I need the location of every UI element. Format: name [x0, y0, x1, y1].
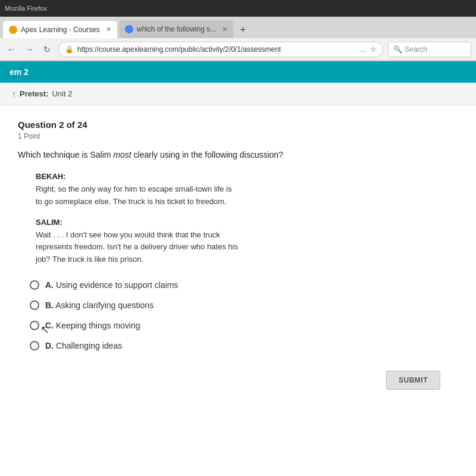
submit-area: SUBMIT — [18, 361, 458, 399]
lock-icon: 🔒 — [65, 45, 74, 54]
option-b-label: B. Asking clarifying questions — [45, 300, 154, 310]
pretest-unit: Unit 2 — [52, 89, 72, 98]
pretest-bar: ↑ Pretest: Unit 2 — [0, 83, 476, 105]
radio-d[interactable] — [30, 341, 39, 350]
tab-apex[interactable]: Apex Learning - Courses ✕ — [2, 20, 118, 38]
browser-title: Mozilla Firefox — [5, 5, 47, 12]
option-c-text: Keeping things moving — [56, 321, 140, 330]
tab-google-close[interactable]: ✕ — [222, 26, 227, 33]
speaker-bekah: BEKAH: — [36, 172, 440, 181]
pretest-label: Pretest: — [20, 89, 48, 98]
option-d-label: D. Challenging ideas — [45, 341, 122, 350]
search-icon: 🔍 — [393, 45, 402, 54]
main-area: Question 2 of 24 1 Point Which technique… — [0, 105, 476, 414]
pretest-icon: ↑ — [12, 89, 16, 99]
radio-b[interactable] — [30, 300, 39, 310]
address-bar[interactable]: 🔒 https://course.apexlearning.com/public… — [58, 42, 383, 57]
address-bar-row: ← → ↻ 🔒 https://course.apexlearning.com/… — [0, 38, 476, 61]
option-a-text: Using evidence to support claims — [56, 280, 178, 290]
bookmark-icon[interactable]: ☆ — [370, 45, 377, 54]
page-content: em 2 ↑ Pretest: Unit 2 Question 2 of 24 … — [0, 61, 476, 476]
tab-google[interactable]: which of the following s... ✕ — [119, 20, 233, 38]
option-b-text: Asking clarifying questions — [55, 300, 154, 310]
submit-button[interactable]: SUBMIT — [386, 371, 440, 390]
refresh-button[interactable]: ↻ — [40, 43, 54, 56]
option-c[interactable]: C. Keeping things moving — [30, 321, 446, 330]
google-tab-icon — [125, 25, 133, 33]
sidebar-label: em 2 — [10, 67, 29, 77]
teal-bar: em 2 — [0, 61, 476, 83]
tab-bar: Apex Learning - Courses ✕ which of the f… — [0, 17, 476, 38]
search-box[interactable]: 🔍 Search — [388, 42, 471, 57]
forward-button[interactable]: → — [23, 43, 36, 56]
option-a[interactable]: A. Using evidence to support claims — [30, 280, 446, 290]
dialogue-salim-text: Wait . . . I don't see how you would thi… — [36, 229, 440, 266]
option-a-letter: A. — [45, 280, 54, 290]
speaker-salim: SALIM: — [36, 218, 440, 227]
dialogue-bekah-text: Right, so the only way for him to escape… — [36, 183, 440, 208]
question-text: Which technique is Salim most clearly us… — [18, 149, 458, 161]
question-number: Question 2 of 24 — [18, 120, 458, 130]
back-button[interactable]: ← — [5, 43, 18, 56]
options-area: A. Using evidence to support claims B. A… — [18, 280, 458, 350]
apex-tab-icon — [9, 26, 17, 34]
option-a-label: A. Using evidence to support claims — [45, 280, 178, 290]
option-d-letter: D. — [45, 341, 54, 350]
tab-apex-label: Apex Learning - Courses — [21, 26, 100, 34]
option-b[interactable]: B. Asking clarifying questions — [30, 300, 446, 310]
radio-c[interactable] — [30, 321, 39, 330]
dialogue-salim: SALIM: Wait . . . I don't see how you wo… — [18, 218, 458, 266]
new-tab-button[interactable]: + — [234, 21, 251, 38]
points-label: 1 Point — [18, 132, 458, 140]
option-c-label: C. Keeping things moving — [45, 321, 140, 330]
url-text: https://course.apexlearning.com/public/a… — [77, 45, 356, 54]
tab-apex-close[interactable]: ✕ — [106, 26, 111, 33]
dialogue-bekah: BEKAH: Right, so the only way for him to… — [18, 172, 458, 208]
search-placeholder: Search — [405, 45, 427, 54]
option-c-letter: C. — [45, 321, 54, 330]
address-menu[interactable]: ... — [360, 45, 367, 54]
option-b-letter: B. — [45, 300, 54, 310]
option-d-text: Challenging ideas — [56, 341, 122, 350]
option-d[interactable]: D. Challenging ideas — [30, 341, 446, 350]
tab-google-label: which of the following s... — [137, 25, 216, 33]
radio-a[interactable] — [30, 280, 39, 290]
